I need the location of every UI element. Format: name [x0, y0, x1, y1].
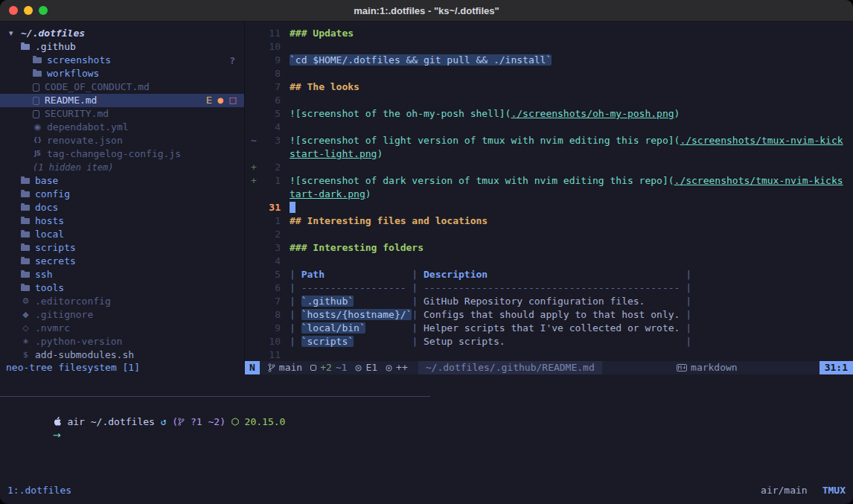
- editor-line[interactable]: 11: [245, 348, 853, 361]
- line-text: [281, 228, 853, 241]
- git-sign: [245, 147, 261, 161]
- editor-line[interactable]: 9| `local/bin` | Helper scripts that I'v…: [245, 322, 853, 335]
- editor-line[interactable]: 5![screenshot of the oh-my-posh shell](.…: [245, 107, 853, 121]
- tree-item-hosts[interactable]: hosts: [0, 214, 244, 228]
- tree-item-add-submodules-sh[interactable]: $add-submodules.sh: [0, 348, 244, 361]
- tree-item-label: .editorconfig: [35, 295, 111, 308]
- git-sign: ~: [245, 134, 261, 147]
- tree-item-editorconfig[interactable]: ⚙.editorconfig: [0, 295, 244, 308]
- tree-item-dependabot-yml[interactable]: ◉dependabot.yml: [0, 121, 244, 134]
- javascript-icon: JS: [33, 147, 42, 161]
- tree-item-config[interactable]: config: [0, 188, 244, 201]
- file-status-badge: □: [229, 94, 237, 107]
- line-number: 10: [261, 40, 281, 54]
- tree-item-gitignore[interactable]: ◆.gitignore: [0, 308, 244, 322]
- node-version: 20.15.0: [239, 416, 286, 427]
- editor-line[interactable]: 6: [245, 94, 853, 107]
- fullscreen-button[interactable]: [39, 6, 48, 15]
- line-number: 6: [261, 281, 281, 295]
- tree-item-python-version[interactable]: ∗.python-version: [0, 335, 244, 348]
- branch-name: main: [279, 361, 302, 374]
- editor-line[interactable]: 31: [245, 201, 853, 214]
- tmux-window-label[interactable]: 1:.dotfiles: [7, 484, 71, 497]
- tree-item-label: .github: [35, 40, 76, 54]
- editor-line[interactable]: 4: [245, 121, 853, 134]
- dependabot-icon: ◉: [33, 121, 42, 134]
- editor-line[interactable]: 5| Path | Description |: [245, 268, 853, 281]
- tree-item-label: scripts: [35, 241, 76, 255]
- terminal-content: ▾~/.dotfiles.githubscreenshotsworkflowsC…: [0, 22, 853, 504]
- git-sign: [245, 107, 261, 121]
- line-text: [281, 40, 853, 54]
- editor-line[interactable]: 10: [245, 40, 853, 54]
- file-icon: [33, 83, 39, 92]
- markdown-icon: [677, 364, 687, 371]
- neotree-sidebar: ▾~/.dotfiles.githubscreenshotsworkflowsC…: [0, 22, 245, 361]
- tree-item-1-hidden-item: (1 hidden item): [0, 161, 244, 174]
- line-text: | `local/bin` | Helper scripts that I've…: [281, 322, 853, 335]
- line-text: ### Interesting folders: [281, 241, 853, 255]
- error-count: E1: [365, 361, 377, 374]
- tree-item-label: docs: [35, 201, 58, 214]
- editor-pane[interactable]: 11### Updates109`cd $HOME/.dotfiles && g…: [245, 22, 853, 361]
- editor-line[interactable]: 3### Interesting folders: [245, 241, 853, 255]
- tree-item-dotfiles[interactable]: ▾~/.dotfiles: [0, 27, 244, 40]
- editor-line[interactable]: 9`cd $HOME/.dotfiles && git pull && ./in…: [245, 54, 853, 67]
- shell-pane[interactable]: air ~/.dotfiles ↺ ( ?1 ~2) 20.15.0 →: [0, 397, 853, 482]
- editor-line[interactable]: 2: [245, 228, 853, 241]
- git-sign: +: [245, 161, 261, 174]
- minimize-button[interactable]: [24, 6, 33, 15]
- expander-icon[interactable]: ▾: [9, 27, 21, 40]
- editor-line[interactable]: 8: [245, 67, 853, 80]
- tree-item-docs[interactable]: docs: [0, 201, 244, 214]
- tree-item-label: tools: [35, 281, 64, 295]
- tree-item-scripts[interactable]: scripts: [0, 241, 244, 255]
- tree-item-label: workflows: [47, 67, 99, 80]
- tree-item-github[interactable]: .github: [0, 40, 244, 54]
- editor-line[interactable]: 11### Updates: [245, 27, 853, 40]
- editor-line[interactable]: tart-dark.png): [245, 188, 853, 201]
- shell-script-icon: $: [21, 348, 31, 361]
- tree-item-tag-changelog-config-js[interactable]: JStag-changelog-config.js: [0, 147, 244, 161]
- line-number: 2: [261, 161, 281, 174]
- tree-item-base[interactable]: base: [0, 174, 244, 188]
- line-text: | Path | Description |: [281, 268, 853, 281]
- editor-line[interactable]: +2: [245, 161, 853, 174]
- tree-item-tools[interactable]: tools: [0, 281, 244, 295]
- editor-line[interactable]: start-light.png): [245, 147, 853, 161]
- git-sign: [245, 54, 261, 67]
- tree-item-security-md[interactable]: SECURITY.md: [0, 107, 244, 121]
- file-icon: [33, 110, 39, 118]
- editor-line[interactable]: ~3![screenshot of light version of tmux …: [245, 134, 853, 147]
- close-button[interactable]: [9, 6, 18, 15]
- status-dot-icon: [386, 365, 392, 371]
- tree-item-readme-md[interactable]: README.mdE●□: [0, 94, 244, 107]
- file-tree: ▾~/.dotfiles.githubscreenshotsworkflowsC…: [0, 27, 244, 361]
- editor-line[interactable]: 4: [245, 255, 853, 268]
- tree-item-nvmrc[interactable]: ◇.nvmrc: [0, 322, 244, 335]
- tree-item-label: hosts: [35, 214, 64, 228]
- line-text: | ------------------ | -----------------…: [281, 281, 853, 295]
- folder-icon: [21, 218, 30, 224]
- tree-item-workflows[interactable]: workflows: [0, 67, 244, 80]
- editor-line[interactable]: 6| ------------------ | ----------------…: [245, 281, 853, 295]
- tree-item-secrets[interactable]: secrets: [0, 255, 244, 268]
- git-sign: [245, 348, 261, 361]
- tree-item-renovate-json[interactable]: {}renovate.json: [0, 134, 244, 147]
- editor-line[interactable]: 1## Interesting files and locations: [245, 214, 853, 228]
- statusline-extra: ++: [386, 361, 408, 374]
- editor-line[interactable]: +1![screenshot of dark version of tmux w…: [245, 174, 853, 188]
- titlebar: main:1:.dotfiles - "ks~/.dotfiles": [0, 0, 853, 22]
- editor-line[interactable]: 7| `.github` | GitHub Repository configu…: [245, 295, 853, 308]
- tree-item-ssh[interactable]: ssh: [0, 268, 244, 281]
- line-text: [281, 255, 853, 268]
- neotree-statusline: neo-tree filesystem [1]: [0, 361, 245, 374]
- tree-item-code-of-conduct-md[interactable]: CODE_OF_CONDUCT.md: [0, 80, 244, 94]
- editor-line[interactable]: 7## The looks: [245, 80, 853, 94]
- editor-line[interactable]: 10| `scripts` | Setup scripts. |: [245, 335, 853, 348]
- tree-item-label: screenshots: [47, 54, 111, 67]
- editor-line[interactable]: 8| `hosts/{hostname}/`| Configs that sho…: [245, 308, 853, 322]
- tree-item-screenshots[interactable]: screenshots: [0, 54, 244, 67]
- tree-item-local[interactable]: local: [0, 228, 244, 241]
- git-sign: [245, 214, 261, 228]
